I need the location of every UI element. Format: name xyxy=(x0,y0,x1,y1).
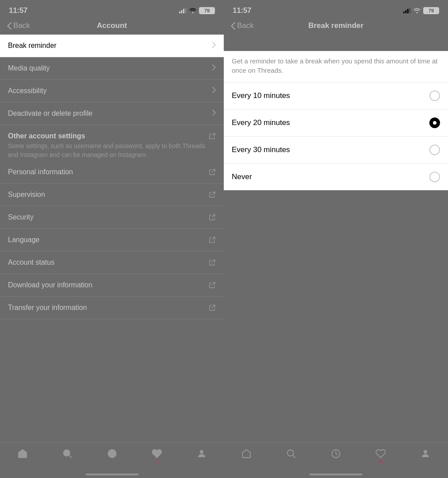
svg-point-7 xyxy=(200,450,203,454)
other-settings-desc: Some settings, such as username and pass… xyxy=(8,142,216,159)
every-20-label: Every 20 minutes xyxy=(232,118,290,127)
supervision-item[interactable]: Supervision xyxy=(0,184,224,206)
language-item[interactable]: Language xyxy=(0,229,224,251)
transfer-info-label: Transfer your information xyxy=(8,304,87,312)
left-tab-home[interactable] xyxy=(17,448,28,459)
other-settings-section[interactable]: Other account settings Some settings, su… xyxy=(0,125,224,161)
account-status-item[interactable]: Account status xyxy=(0,251,224,274)
right-status-bar: 11:57 79 xyxy=(224,0,448,19)
right-heart-tab-dot xyxy=(380,460,382,462)
every-30-radio[interactable] xyxy=(429,145,440,155)
right-tab-heart[interactable] xyxy=(375,448,386,459)
left-tab-activity[interactable] xyxy=(107,448,117,459)
never-radio[interactable] xyxy=(429,172,440,182)
right-back-label: Back xyxy=(237,21,254,30)
left-nav-bar: Back Account xyxy=(0,19,224,35)
svg-rect-0 xyxy=(179,12,180,13)
right-status-icons: 79 xyxy=(403,7,439,14)
right-activity-icon xyxy=(331,448,341,459)
svg-rect-3 xyxy=(185,8,187,13)
right-heart-icon xyxy=(375,448,386,459)
break-reminder-chevron-icon xyxy=(212,42,216,50)
left-panel: 11:57 79 Back xyxy=(0,0,224,478)
every-30-option[interactable]: Every 30 minutes xyxy=(224,137,448,164)
transfer-info-external-icon xyxy=(209,304,216,311)
download-info-external-icon xyxy=(209,282,216,289)
accessibility-item[interactable]: Accessibility xyxy=(0,80,224,102)
deactivate-chevron-icon xyxy=(212,110,216,118)
supervision-label: Supervision xyxy=(8,191,45,199)
personal-info-label: Personal information xyxy=(8,168,73,176)
left-status-bar: 11:57 79 xyxy=(0,0,224,19)
heart-icon xyxy=(152,448,162,459)
left-tab-heart[interactable] xyxy=(152,448,162,459)
activity-icon xyxy=(107,448,117,459)
right-tab-activity[interactable] xyxy=(331,448,341,459)
every-10-radio[interactable] xyxy=(429,90,440,101)
right-home-icon xyxy=(241,448,252,459)
right-tab-profile[interactable] xyxy=(420,448,431,459)
every-20-radio[interactable] xyxy=(429,118,440,128)
left-back-chevron-icon xyxy=(7,22,12,30)
account-status-label: Account status xyxy=(8,259,55,266)
right-page-title: Break reminder xyxy=(308,21,364,30)
language-label: Language xyxy=(8,236,39,244)
transfer-info-item[interactable]: Transfer your information xyxy=(0,297,224,319)
every-10-option[interactable]: Every 10 minutes xyxy=(224,82,448,110)
never-label: Never xyxy=(232,172,252,181)
svg-rect-9 xyxy=(405,10,407,13)
break-reminder-label: Break reminder xyxy=(8,42,56,50)
right-back-button[interactable]: Back xyxy=(231,21,254,30)
break-reminder-item[interactable]: Break reminder xyxy=(0,35,224,57)
left-tab-search[interactable] xyxy=(62,448,73,459)
left-back-button[interactable]: Back xyxy=(7,21,30,30)
every-20-option[interactable]: Every 20 minutes xyxy=(224,110,448,137)
right-time: 11:57 xyxy=(233,6,251,15)
deactivate-label: Deactivate or delete profile xyxy=(8,110,92,118)
language-external-icon xyxy=(209,236,216,243)
deactivate-item[interactable]: Deactivate or delete profile xyxy=(0,102,224,125)
right-nav-bar: Back Break reminder xyxy=(224,19,448,35)
security-item[interactable]: Security xyxy=(0,206,224,229)
other-settings-title: Other account settings xyxy=(8,132,216,140)
right-search-icon xyxy=(286,448,296,459)
accessibility-label: Accessibility xyxy=(8,87,47,95)
break-reminder-description: Get a reminder to take a break when you … xyxy=(224,51,448,82)
left-page-title: Account xyxy=(97,21,127,30)
svg-rect-10 xyxy=(407,9,409,13)
download-info-label: Download your information xyxy=(8,281,92,289)
every-30-label: Every 30 minutes xyxy=(232,145,290,154)
svg-rect-8 xyxy=(403,12,405,13)
right-home-indicator xyxy=(309,474,362,475)
security-external-icon xyxy=(209,214,216,221)
personal-info-external-icon xyxy=(209,168,216,176)
never-option[interactable]: Never xyxy=(224,164,448,190)
search-icon xyxy=(62,448,73,459)
media-quality-item[interactable]: Media quality xyxy=(0,57,224,80)
svg-point-12 xyxy=(417,12,418,13)
left-tab-profile[interactable] xyxy=(196,448,207,459)
right-signal-icon xyxy=(403,8,411,13)
every-10-label: Every 10 minutes xyxy=(232,91,290,100)
right-tab-home[interactable] xyxy=(241,448,252,459)
external-link-icon xyxy=(209,133,216,140)
media-quality-label: Media quality xyxy=(8,64,50,72)
download-info-item[interactable]: Download your information xyxy=(0,274,224,297)
personal-info-item[interactable]: Personal information xyxy=(0,161,224,184)
account-status-external-icon xyxy=(209,259,216,266)
left-back-label: Back xyxy=(13,21,30,30)
right-tab-bar xyxy=(224,443,448,478)
right-battery: 79 xyxy=(423,7,439,14)
svg-rect-1 xyxy=(181,10,183,13)
right-tab-search[interactable] xyxy=(286,448,296,459)
supervision-external-icon xyxy=(209,191,216,198)
svg-line-14 xyxy=(293,455,295,458)
left-home-indicator xyxy=(86,474,139,475)
left-status-icons: 79 xyxy=(179,7,215,14)
right-profile-icon xyxy=(420,448,431,459)
media-quality-chevron-icon xyxy=(212,64,216,72)
accessibility-chevron-icon xyxy=(212,87,216,95)
home-icon xyxy=(17,448,28,459)
heart-tab-dot xyxy=(156,460,158,462)
left-battery: 79 xyxy=(199,7,215,14)
